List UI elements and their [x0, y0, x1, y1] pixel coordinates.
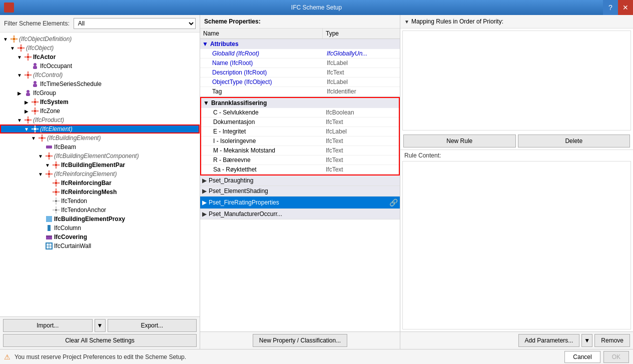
expander-icon[interactable]: ▼ — [44, 162, 51, 168]
svg-rect-74 — [56, 188, 57, 190]
property-type: IfcText — [326, 147, 396, 154]
red-gear-icon — [24, 53, 32, 61]
property-name: Name (IfcRoot) — [212, 60, 327, 66]
tree-item[interactable]: ▶ IfcCovering — [0, 232, 200, 242]
pset-manufacturer-group-header[interactable]: ▶ Pset_ManufacturerOccurr... — [200, 209, 400, 219]
export-button[interactable]: Export... — [108, 319, 197, 332]
tree-item[interactable]: ▶ IfcReinforcingBar — [0, 178, 200, 188]
tree-item[interactable]: ▶ IfcTendon — [0, 196, 200, 206]
svg-point-58 — [55, 164, 58, 166]
ok-button[interactable]: OK — [603, 351, 629, 363]
filter-select[interactable]: All — [74, 18, 196, 29]
scheme-row[interactable]: Name (IfcRoot) IfcLabel — [200, 58, 400, 68]
tree-item-ifcelement[interactable]: ▼ (IfcElement) — [0, 124, 200, 134]
expander-icon[interactable]: ▼ — [9, 44, 16, 52]
mapping-rules-area[interactable] — [402, 30, 631, 130]
pset-fireratingproperties-group-header[interactable]: ▶ Pset_FireRatingProperties 🔗 — [200, 196, 400, 208]
col-type-header: Type — [323, 28, 393, 38]
tree-item[interactable]: ▶ IfcBuildingElementProxy — [0, 214, 200, 224]
brannklassifisering-group-header[interactable]: ▼ Brannklassifisering — [201, 98, 399, 108]
close-button[interactable]: ✕ — [618, 0, 633, 15]
svg-point-68 — [55, 182, 58, 184]
svg-rect-9 — [23, 48, 25, 48]
remove-button[interactable]: Remove — [594, 334, 630, 347]
scheme-row[interactable]: GlobalId (IfcRoot) IfcGloballyUn... — [200, 49, 400, 58]
tree-item[interactable]: ▶ IfcColumn — [0, 224, 200, 232]
node-label: (IfcObjectDefinition) — [19, 36, 72, 42]
scheme-row[interactable]: R - Bæreevne IfcText — [201, 156, 399, 165]
node-label: (IfcElement) — [40, 126, 73, 132]
tree-item[interactable]: ▶ IfcTendonAnchor — [0, 206, 200, 214]
attributes-group-header[interactable]: ▼ Attributes — [200, 39, 400, 49]
expander-icon[interactable]: ▼ — [37, 152, 44, 160]
expander-icon[interactable]: ▼ — [16, 72, 23, 78]
new-rule-button[interactable]: New Rule — [403, 134, 516, 148]
tree-item[interactable]: ▼ (IfcObjectDefinition) — [0, 34, 200, 44]
mapping-header-title: Mapping Rules in Order of Priority: — [411, 18, 503, 25]
tree-item[interactable]: ▼ (IfcBuildingElementComponent) — [0, 152, 200, 160]
expander-icon[interactable]: ▼ — [2, 36, 9, 42]
clear-all-button[interactable]: Clear All Scheme Settings — [3, 334, 197, 347]
expander-icon[interactable]: ▼ — [30, 134, 37, 142]
pset-draughting-group-header[interactable]: ▶ Pset_Draughting — [200, 176, 400, 186]
scheme-row[interactable]: Description (IfcRoot) IfcText — [200, 68, 400, 78]
scheme-row[interactable]: E - Integritet IfcLabel — [201, 127, 399, 136]
tree-item[interactable]: ▶ IfcSystem — [0, 98, 200, 106]
import-arrow-button[interactable]: ▼ — [95, 319, 106, 332]
add-params-arrow-button[interactable]: ▼ — [581, 334, 592, 347]
covering-icon — [45, 233, 53, 241]
scheme-row[interactable]: Sa - Røyktetthet IfcText — [201, 165, 399, 174]
tree-item[interactable]: ▼ (IfcProduct) — [0, 116, 200, 124]
app-icon — [4, 2, 14, 12]
property-type: IfcBoolean — [326, 109, 396, 116]
tree-item[interactable]: ▼ (IfcBuildingElement) — [0, 134, 200, 142]
cancel-ok-row: Cancel OK — [564, 351, 629, 363]
scheme-row[interactable]: C - Selvlukkende IfcBoolean — [201, 108, 399, 118]
scheme-row[interactable]: M - Mekanisk Motstand IfcText — [201, 146, 399, 156]
property-name: Sa - Røyktetthet — [213, 166, 326, 173]
tree-item[interactable]: ▶ IfcBeam — [0, 142, 200, 152]
element-proxy-icon — [45, 215, 53, 223]
node-label: IfcOccupant — [40, 62, 72, 70]
expander-icon[interactable]: ▶ — [16, 90, 23, 96]
svg-point-63 — [48, 172, 51, 176]
scheme-row[interactable]: ObjectType (IfcObject) IfcLabel — [200, 78, 400, 87]
tree-item[interactable]: ▼ (IfcObject) — [0, 44, 200, 52]
expander-icon[interactable]: ▶ — [23, 108, 30, 114]
tree-item[interactable]: ▼ IfcBuildingElementPar — [0, 160, 200, 170]
tree-item[interactable]: ▶ IfcTimeSeriesSchedule — [0, 80, 200, 88]
tree-item[interactable]: ▼ (IfcControl) — [0, 70, 200, 80]
expander-icon[interactable]: ▼ — [23, 126, 30, 132]
delete-button[interactable]: Delete — [518, 134, 630, 148]
tree-item[interactable]: ▶ IfcOccupant — [0, 62, 200, 70]
scheme-row[interactable]: Dokumentasjon IfcText — [201, 118, 399, 127]
scheme-row[interactable]: I - Isoleringevne IfcText — [201, 136, 399, 146]
help-button[interactable]: ? — [603, 0, 618, 15]
tree-item[interactable]: ▶ IfcZone — [0, 106, 200, 116]
filter-row: Filter Scheme Elements: All — [0, 15, 200, 32]
svg-rect-6 — [21, 44, 22, 46]
column-icon — [45, 224, 53, 232]
tree-item[interactable]: ▼ (IfcReinforcingElement) — [0, 170, 200, 178]
expander-icon[interactable]: ▼ — [37, 170, 44, 178]
svg-point-41 — [34, 128, 37, 130]
rule-content-area[interactable] — [402, 161, 631, 330]
add-parameters-button[interactable]: Add Parameters... — [518, 334, 580, 347]
scheme-row[interactable]: Tag IfcIdentifier — [200, 87, 400, 96]
right-panel: ▼ Mapping Rules in Order of Priority: Ne… — [400, 15, 633, 349]
scheme-scroll[interactable]: ▼ Attributes GlobalId (IfcRoot) IfcGloba… — [200, 39, 400, 332]
tree-item[interactable]: ▶ IfcReinforcingMesh — [0, 188, 200, 196]
tree-item[interactable]: ▼ IfcActor — [0, 52, 200, 62]
import-button[interactable]: Import... — [3, 319, 93, 332]
svg-rect-60 — [56, 167, 57, 168]
red-gear-icon — [31, 107, 39, 115]
tree-item[interactable]: ▶ IfcGroup — [0, 88, 200, 98]
tree-area[interactable]: ▼ (IfcObjectDefinition) ▼ (IfcObject) ▼ … — [0, 32, 200, 316]
expander-icon[interactable]: ▼ — [16, 54, 23, 60]
new-property-button[interactable]: New Property / Classification... — [253, 334, 347, 347]
pset-elementshading-group-header[interactable]: ▶ Pset_ElementShading — [200, 186, 400, 196]
cancel-button[interactable]: Cancel — [564, 351, 600, 363]
expander-icon[interactable]: ▶ — [23, 98, 30, 106]
tree-item[interactable]: ▶ IfcCurtainWall — [0, 242, 200, 250]
expander-icon[interactable]: ▼ — [16, 116, 23, 124]
